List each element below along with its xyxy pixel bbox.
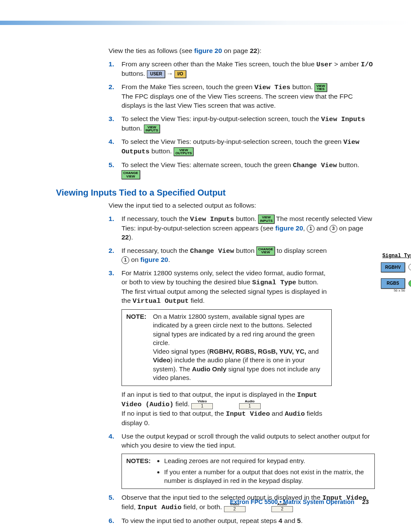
text: on page [222, 47, 250, 54]
text: field. [189, 297, 205, 304]
view-outputs-button-icon: VIEW OUTPUTS [174, 147, 193, 156]
note-box-2: NOTES: Leading zeroes are not required f… [121, 454, 375, 489]
sec2-steps: If necessary, touch the View Inputs butt… [109, 215, 375, 526]
text: and [270, 410, 284, 417]
header-gradient-bar [0, 21, 411, 25]
section-heading: Viewing Inputs Tied to a Specified Outpu… [56, 187, 375, 199]
label-signal-type: Signal Type [252, 279, 296, 286]
io-button-icon: I/O [174, 70, 186, 78]
rgbs-button-icon: RGBS [381, 278, 405, 289]
matrix-size-label: 56 x 56 [381, 289, 411, 293]
view-inputs-button-icon: VIEW INPUTS [258, 215, 274, 223]
rgbhv-button-icon: RGBHV [381, 262, 405, 273]
user-button-icon: USER [147, 70, 165, 78]
label-virtual-output: Virtual Output [133, 297, 189, 305]
text: If necessary, touch the [121, 215, 190, 222]
step-1: From any screen other than the Make Ties… [119, 60, 375, 78]
note-bullet: Leading zeroes are not required for keyp… [164, 457, 370, 465]
page-footer: Extron FPC 5500 • Matrix System Operatio… [230, 498, 369, 506]
figure-link[interactable]: figure 20 [140, 256, 168, 263]
sec1-steps: From any screen other than the Make Ties… [109, 60, 375, 179]
change-view-button-icon: CHANGE VIEW [256, 246, 275, 255]
text: button. [234, 215, 258, 222]
note-text: On a Matrix 12800 system, available sign… [153, 313, 314, 346]
text: on [129, 256, 140, 263]
bold-text: RGBHV, RGBS, RGsB, YUV, YC, [209, 348, 306, 355]
callout-1-icon: 1 [307, 225, 314, 233]
signal-type-panel: Signal Type RGBHV RGBS 56 x 56 [381, 252, 411, 293]
text: button [234, 247, 256, 254]
text: To select the View Ties: input-by-output… [121, 115, 321, 122]
step-4: Use the output keypad or scroll through … [119, 432, 375, 489]
text: . [168, 256, 170, 263]
video-field-icon: Video1 [191, 400, 213, 409]
figure-link[interactable]: figure 20 [194, 47, 222, 54]
step-5: To select the View Ties: alternate scree… [119, 161, 375, 179]
text: Use the output keypad or scroll through … [121, 432, 370, 449]
label-input-audio: Input Audio [137, 504, 181, 511]
step-6: To view the input tied to another output… [119, 516, 375, 526]
text: To select the View Ties: alternate scree… [121, 161, 293, 168]
text: and [306, 348, 319, 355]
page-content: View the ties as follows (see figure 20 … [56, 47, 375, 532]
step-ref: 5 [297, 517, 301, 524]
change-view-button-icon: CHANGE VIEW [121, 170, 140, 179]
step-2: If necessary, touch the Change View butt… [119, 246, 375, 265]
text: field. [174, 400, 190, 408]
figure-link[interactable]: figure 20 [275, 224, 303, 232]
bold-text: Audio Only [192, 365, 227, 373]
step-3: Signal Type RGBHV RGBS 56 x 56 For Matri… [119, 269, 375, 427]
step-4: To select the View Ties: outputs-by-inpu… [119, 137, 375, 156]
callout-1-icon: 1 [121, 256, 129, 264]
text: > amber [333, 60, 361, 68]
sec2-intro: View the input tied to a selected output… [109, 201, 375, 210]
text: ). [129, 233, 133, 241]
text: and [282, 517, 297, 524]
text: field, [121, 503, 137, 510]
step-1: If necessary, touch the View Inputs butt… [119, 215, 375, 242]
bold-text: Video [153, 356, 171, 364]
text: button. [149, 147, 174, 155]
label-view-ties: View Ties [254, 84, 290, 91]
label-view-inputs: View Inputs [321, 115, 365, 123]
text: , [303, 224, 307, 232]
text: button. [337, 161, 359, 168]
text: If no input is tied to that output, the [121, 410, 226, 417]
text: From the Make Ties screen, touch the gre… [121, 83, 254, 90]
status-circle-green-icon [408, 280, 411, 287]
footer-title: Extron FPC 5500 • Matrix System Operatio… [230, 498, 355, 505]
text: button. [290, 83, 314, 90]
text: View the ties as follows (see [109, 47, 194, 54]
label-change-view: Change View [190, 247, 234, 255]
step-3: To select the View Ties: input-by-output… [119, 115, 375, 133]
text: Video signal types ( [153, 348, 209, 355]
text: to display screen [275, 247, 327, 254]
label-change-view: Change View [293, 162, 337, 169]
note-box-1: NOTE: On a Matrix 12800 system, availabl… [121, 309, 332, 386]
text: From any screen other than the Make Ties… [121, 60, 316, 68]
text: . [301, 517, 302, 524]
text: on page [337, 224, 363, 232]
label-user: User [316, 61, 332, 68]
sec1-intro: View the ties as follows (see figure 20 … [109, 47, 375, 56]
text: and [314, 224, 329, 232]
text: To select the View Ties: outputs-by-inpu… [121, 138, 343, 145]
page-ref: 22 [250, 47, 257, 54]
text: ): [257, 47, 261, 54]
audio-field-icon: Audio1 [239, 400, 261, 409]
text: If necessary, touch the [121, 247, 190, 254]
status-circle-empty-icon [408, 264, 411, 271]
text: To view the input tied to another output… [121, 517, 279, 524]
note-label: NOTE: [126, 313, 146, 320]
text: field, or both. [181, 503, 222, 510]
text: If an input is tied to that output, the … [121, 391, 297, 398]
notes-label: NOTES: [126, 457, 151, 464]
step-2: From the Make Ties screen, touch the gre… [119, 83, 375, 110]
step-3-followup: If an input is tied to that output, the … [121, 390, 332, 428]
page-ref: 22 [121, 233, 129, 241]
step-ref: 4 [279, 517, 283, 524]
label-view-inputs: View Inputs [190, 215, 234, 223]
view-ties-button-icon: VIEW TIES [314, 83, 327, 92]
arrow-icon: → [166, 69, 173, 78]
callout-3-icon: 3 [330, 225, 337, 233]
